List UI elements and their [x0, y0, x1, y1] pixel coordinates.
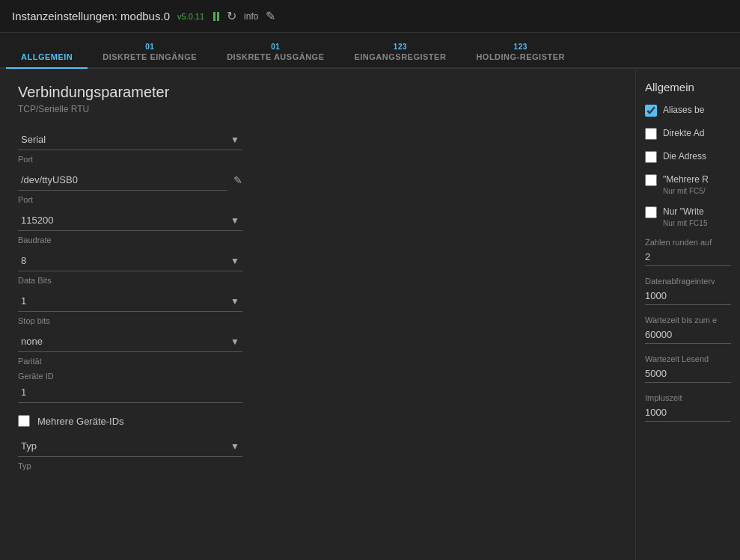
aliases-checkbox[interactable] — [645, 105, 657, 117]
nur-write-sub: Nur mit FC15 — [663, 219, 707, 227]
wartezeit-lesend-group: Wartezeit Lesend 5000 — [645, 354, 731, 383]
header-title: Instanzeinstellungen: modbus.0 — [12, 10, 170, 22]
tab-icon-diskrete-eingaenge: 01 — [145, 43, 154, 51]
edit-header-icon[interactable]: ✎ — [266, 9, 275, 23]
impluszeit-value: 1000 — [645, 404, 731, 422]
mehrere-fc-checkbox[interactable] — [645, 174, 657, 186]
device-input-wrapper: ✎ — [18, 170, 242, 191]
right-item-nur-write: Nur "Write Nur mit FC15 — [645, 206, 731, 227]
pause-icon[interactable] — [213, 12, 219, 21]
geraete-id-input[interactable] — [18, 382, 242, 403]
typ-group: Typ ▼ Typ — [18, 436, 242, 470]
baudrate-group: 115200 57600 38400 19200 9600 ▼ Baudrate — [18, 210, 242, 244]
tab-eingangsregister[interactable]: 123 EINGANGSREGISTER — [339, 33, 461, 67]
left-panel: Verbindungsparameter TCP/Serielle RTU Se… — [0, 69, 636, 560]
baudrate-select[interactable]: 115200 57600 38400 19200 9600 — [18, 210, 242, 231]
device-edit-icon[interactable]: ✎ — [233, 174, 242, 186]
typ-label: Typ — [18, 461, 242, 470]
stopbits-select-wrapper: 1 2 ▼ — [18, 291, 242, 312]
adress-checkbox[interactable] — [645, 151, 657, 163]
wartezeit-lesend-label: Wartezeit Lesend — [645, 354, 731, 363]
stopbits-select[interactable]: 1 2 — [18, 291, 242, 312]
impluszeit-group: Impluszeit 1000 — [645, 393, 731, 422]
mehrere-fc-sub: Nur mit FC5/ — [663, 187, 709, 195]
wartezeit-bis-value: 60000 — [645, 326, 731, 344]
stopbits-group: 1 2 ▼ Stop bits — [18, 291, 242, 325]
right-item-aliases: Aliases be — [645, 104, 731, 117]
nur-write-label: Nur "Write — [663, 206, 707, 218]
refresh-icon[interactable]: ↻ — [227, 9, 236, 23]
main-content: Verbindungsparameter TCP/Serielle RTU Se… — [0, 69, 740, 560]
databits-group: 8 7 6 5 ▼ Data Bits — [18, 250, 242, 285]
datenabfrage-group: Datenabfrageinterv 1000 — [645, 277, 731, 305]
right-item-direkte: Direkte Ad — [645, 127, 731, 140]
datenabfrage-value: 1000 — [645, 287, 731, 305]
mehrere-fc-label: "Mehrere R — [663, 173, 709, 186]
typ-select[interactable]: Typ — [18, 436, 242, 457]
direkte-label: Direkte Ad — [663, 127, 704, 140]
zahlen-runden-value: 2 — [645, 248, 731, 266]
port-select-wrapper: Serial TCP ▼ — [18, 129, 242, 150]
mehrere-checkbox[interactable] — [18, 415, 30, 427]
aliases-label: Aliases be — [663, 104, 704, 117]
right-item-mehrere-fc: "Mehrere R Nur mit FC5/ — [645, 173, 731, 195]
zahlen-runden-group: Zahlen runden auf 2 — [645, 238, 731, 266]
tab-allgemein[interactable]: ALLGEMEIN — [6, 34, 88, 69]
port-group: Serial TCP ▼ Port — [18, 129, 242, 164]
port-select[interactable]: Serial TCP — [18, 129, 242, 150]
tab-diskrete-ausgaenge[interactable]: 01 DISKRETE AUSGÄNGE — [212, 33, 339, 67]
geraete-id-group: Geräte ID — [18, 372, 242, 403]
adress-label: Die Adress — [663, 150, 706, 163]
device-group: ✎ Port — [18, 170, 242, 204]
mehrere-label: Mehrere Geräte-IDs — [37, 416, 124, 427]
parity-group: none even odd mark space ▼ Parität — [18, 331, 242, 366]
wartezeit-bis-group: Wartezeit bis zum e 60000 — [645, 316, 731, 344]
header: Instanzeinstellungen: modbus.0 v5.0.11 ↻… — [0, 0, 740, 33]
header-version: v5.0.11 — [177, 12, 204, 21]
zahlen-runden-label: Zahlen runden auf — [645, 238, 731, 247]
baudrate-label: Baudrate — [18, 236, 242, 244]
wartezeit-lesend-value: 5000 — [645, 365, 731, 383]
device-label: Port — [18, 195, 242, 204]
port-label: Port — [18, 155, 242, 164]
tabs-bar: ALLGEMEIN 01 DISKRETE EINGÄNGE 01 DISKRE… — [0, 33, 740, 69]
databits-select[interactable]: 8 7 6 5 — [18, 250, 242, 271]
right-panel: Allgemein Aliases be Direkte Ad Die Adre… — [636, 69, 740, 560]
parity-select[interactable]: none even odd mark space — [18, 331, 242, 352]
impluszeit-label: Impluszeit — [645, 393, 731, 402]
baudrate-select-wrapper: 115200 57600 38400 19200 9600 ▼ — [18, 210, 242, 231]
geraete-id-wrapper — [18, 382, 242, 403]
device-input[interactable] — [18, 170, 227, 191]
mehrere-checkbox-group: Mehrere Geräte-IDs — [18, 415, 617, 427]
direkte-checkbox[interactable] — [645, 128, 657, 140]
tab-diskrete-eingaenge[interactable]: 01 DISKRETE EINGÄNGE — [88, 33, 212, 67]
section-title: Verbindungsparameter — [18, 84, 617, 101]
right-panel-title: Allgemein — [645, 81, 731, 93]
databits-label: Data Bits — [18, 276, 242, 285]
datenabfrage-label: Datenabfrageinterv — [645, 277, 731, 286]
info-button[interactable]: info — [244, 11, 258, 22]
tab-icon-holding-register: 123 — [514, 43, 528, 51]
right-item-adress: Die Adress — [645, 150, 731, 163]
stopbits-label: Stop bits — [18, 316, 242, 325]
tab-holding-register[interactable]: 123 HOLDING-REGISTER — [461, 33, 580, 67]
typ-select-wrapper: Typ ▼ — [18, 436, 242, 457]
parity-select-wrapper: none even odd mark space ▼ — [18, 331, 242, 352]
wartezeit-bis-label: Wartezeit bis zum e — [645, 316, 731, 324]
section-subtitle: TCP/Serielle RTU — [18, 104, 617, 114]
geraete-id-label: Geräte ID — [18, 372, 242, 381]
tab-icon-diskrete-ausgaenge: 01 — [271, 43, 280, 51]
parity-label: Parität — [18, 357, 242, 366]
databits-select-wrapper: 8 7 6 5 ▼ — [18, 250, 242, 271]
header-icons: ↻ info ✎ — [213, 9, 275, 23]
tab-icon-eingangsregister: 123 — [394, 43, 407, 51]
nur-write-checkbox[interactable] — [645, 206, 657, 218]
